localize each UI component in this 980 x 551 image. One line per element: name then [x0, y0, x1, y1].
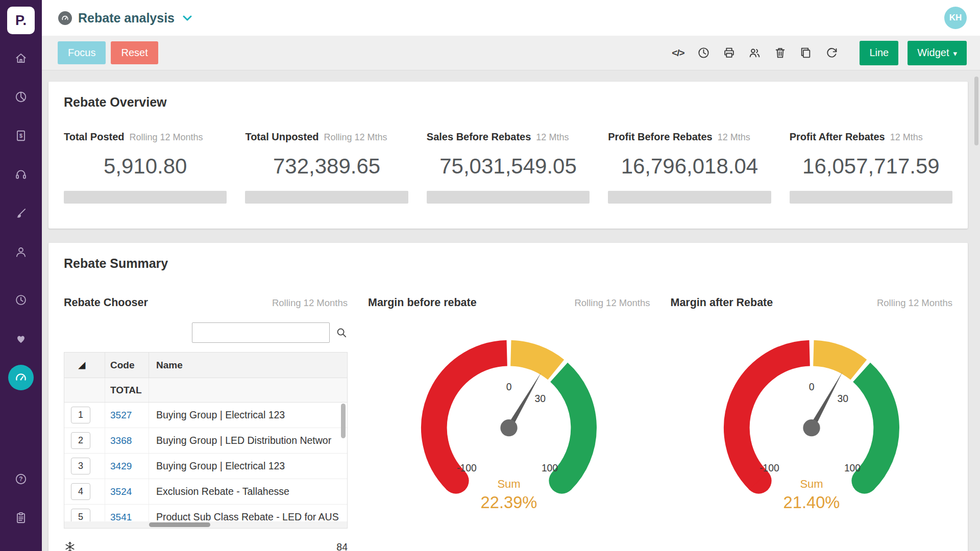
table-row[interactable]: 4 3524 Exclusion Rebate - Tallahesse [64, 479, 347, 505]
window-scrollbar[interactable] [974, 77, 978, 541]
kpi-period: 12 Mths [718, 132, 750, 142]
kpi-value: 75,031,549.05 [427, 154, 590, 179]
horizontal-scrollbar-thumb[interactable] [149, 522, 210, 527]
kpi-period: Rolling 12 Mths [324, 132, 387, 142]
gauge-title: Margin after Rebate [671, 296, 773, 309]
svg-text:?: ? [19, 475, 22, 483]
column-header-code[interactable]: Code [105, 353, 149, 378]
code-link[interactable]: 3429 [110, 461, 132, 472]
rebate-name: Exclusion Rebate - Tallahesse [149, 486, 347, 497]
sidebar-item-users[interactable] [8, 239, 34, 265]
sidebar-item-favourites[interactable] [8, 326, 34, 352]
phocas-logo[interactable]: P. [7, 7, 35, 34]
gauge-period: Rolling 12 Months [877, 297, 952, 309]
user-avatar[interactable]: KH [944, 7, 967, 29]
rebate-name: Buying Group | LED Distribution Networ [149, 435, 347, 446]
headset-icon [14, 168, 28, 181]
table-row[interactable]: 3 3429 Buying Group | Electrical 123 [64, 454, 347, 479]
printer-icon [723, 46, 736, 59]
table-row[interactable]: 1 3527 Buying Group | Electrical 123 [64, 403, 347, 428]
dashboard-gauge-icon [14, 370, 28, 385]
kpi-profit-after-rebates[interactable]: Profit After Rebates12 Mths 16,057,717.5… [790, 131, 952, 204]
row-number-button[interactable]: 4 [71, 483, 90, 500]
gauge-tick-max: 100 [844, 463, 861, 473]
table-row[interactable]: 2 3368 Buying Group | LED Distribution N… [64, 428, 347, 454]
rebate-name: Buying Group | Electrical 123 [149, 409, 347, 421]
gauge-yellow-arc [814, 353, 859, 370]
share-users-button[interactable] [745, 44, 764, 62]
rebate-summary-title: Rebate Summary [64, 256, 952, 271]
dashboard-icon [58, 11, 72, 25]
sidebar-item-help[interactable]: ? [8, 466, 34, 492]
gauge-hub [803, 419, 820, 436]
gauge-tick-30: 30 [837, 393, 848, 404]
embed-code-button[interactable]: </> [669, 44, 687, 62]
vertical-scrollbar-thumb[interactable] [341, 404, 346, 438]
margin-before-rebate-widget[interactable]: Margin before rebate Rolling 12 Months 0… [368, 296, 650, 551]
rebate-overview-card: Rebate Overview Total PostedRolling 12 M… [48, 82, 968, 229]
schedule-button[interactable] [694, 44, 713, 62]
clock-icon [697, 46, 710, 59]
row-number-button[interactable]: 1 [71, 407, 90, 423]
rebate-name: Product Sub Class Rebate - LED for AUS [149, 511, 347, 521]
kpi-period: Rolling 12 Months [130, 132, 203, 142]
kpi-label: Profit Before Rebates [608, 131, 713, 142]
freeze-button[interactable] [64, 541, 76, 551]
row-number-button[interactable]: 5 [71, 509, 90, 521]
widget-button-label: Widget [917, 47, 949, 58]
sidebar-item-analytics[interactable] [8, 84, 34, 110]
row-number-button[interactable]: 3 [71, 458, 90, 474]
window-scrollbar-thumb[interactable] [974, 77, 978, 145]
kpi-label: Total Posted [64, 131, 125, 142]
margin-after-rebate-widget[interactable]: Margin after Rebate Rolling 12 Months 0 … [671, 296, 953, 551]
row-number-button[interactable]: 2 [71, 432, 90, 449]
avatar-initials: KH [949, 13, 962, 23]
focus-triangle-icon[interactable]: ◢ [79, 360, 85, 370]
rebate-summary-card: Rebate Summary Rebate Chooser Rolling 12… [48, 243, 968, 551]
total-row[interactable]: TOTAL [64, 378, 347, 403]
print-button[interactable] [720, 44, 738, 62]
code-link[interactable]: 3541 [110, 512, 132, 522]
sidebar-item-recent[interactable] [8, 287, 34, 313]
code-link[interactable]: 3527 [110, 410, 132, 421]
gauge-tick-min: -100 [760, 463, 779, 473]
sidebar-item-financial[interactable]: $ [8, 123, 34, 148]
search-button[interactable] [336, 327, 348, 339]
sidebar-item-tasks[interactable] [8, 505, 34, 531]
kpi-total-unposted[interactable]: Total UnpostedRolling 12 Mths 732,389.65 [245, 131, 408, 204]
kpi-sales-before-rebates[interactable]: Sales Before Rebates12 Mths 75,031,549.0… [427, 131, 590, 204]
delete-button[interactable] [771, 44, 789, 62]
kpi-label: Sales Before Rebates [427, 131, 531, 142]
kpi-total-posted[interactable]: Total PostedRolling 12 Months 5,910.80 [64, 131, 227, 204]
kpi-profit-before-rebates[interactable]: Profit Before Rebates12 Mths 16,796,018.… [608, 131, 771, 204]
kpi-value: 732,389.65 [245, 154, 408, 179]
gauge-hub [501, 419, 518, 436]
app-window: P. $ [0, 0, 980, 551]
line-button[interactable]: Line [860, 41, 898, 65]
sidebar-item-support[interactable] [8, 162, 34, 187]
table-row[interactable]: 5 3541 Product Sub Class Rebate - LED fo… [64, 505, 347, 521]
search-icon [336, 327, 348, 339]
focus-button[interactable]: Focus [58, 41, 106, 64]
widget-button[interactable]: Widget▾ [908, 41, 967, 65]
chooser-search-input[interactable] [192, 322, 330, 343]
sidebar-item-home[interactable] [8, 45, 34, 71]
gauge-red-arc [434, 353, 507, 481]
code-link[interactable]: 3524 [110, 486, 132, 497]
refresh-button[interactable] [822, 44, 840, 62]
sidebar-item-customise[interactable] [8, 201, 34, 226]
title-chevron-down-icon[interactable] [183, 15, 192, 21]
copy-icon [799, 46, 812, 59]
reset-button[interactable]: Reset [111, 41, 158, 64]
gauge-tick-max: 100 [542, 463, 558, 473]
table-horizontal-scrollbar[interactable] [64, 521, 347, 528]
dashboard-toolbar: Focus Reset </> [42, 36, 980, 70]
column-header-name[interactable]: Name [149, 360, 347, 371]
kpi-value: 16,057,717.59 [790, 154, 952, 179]
total-label: TOTAL [105, 378, 149, 402]
gauge-yellow-arc [511, 353, 556, 370]
duplicate-button[interactable] [796, 44, 815, 62]
sidebar-item-dashboards[interactable] [8, 365, 34, 390]
table-vertical-scrollbar[interactable] [341, 404, 346, 518]
code-link[interactable]: 3368 [110, 435, 132, 446]
